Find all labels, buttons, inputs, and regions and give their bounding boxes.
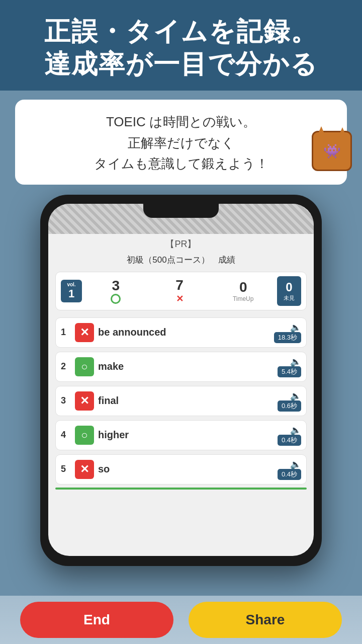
result-badge: ✕ xyxy=(75,460,94,479)
quiz-num: 1 xyxy=(61,327,71,338)
result-badge: ○ xyxy=(75,426,94,445)
info-line1: TOEIC は時間との戦い。 xyxy=(106,114,256,129)
speaker-icon[interactable]: 🔈 xyxy=(290,459,301,470)
stats-header: 初級（500点コース） 成績 xyxy=(48,252,314,268)
unseen-label: 未見 xyxy=(282,294,296,302)
header-title: 正誤・タイムを記録。 達成率が一目で分かる xyxy=(20,15,342,80)
progress-divider xyxy=(55,488,307,490)
wrong-num: 7 xyxy=(150,277,210,293)
quiz-item[interactable]: 2○make🔈5.4秒 xyxy=(55,352,307,382)
result-badge: ✕ xyxy=(75,323,94,342)
phone-notch xyxy=(143,204,219,218)
quiz-word: final xyxy=(98,395,301,407)
timeup-label: TimeUp xyxy=(213,295,273,302)
quiz-item[interactable]: 3✕final🔈0.6秒 xyxy=(55,386,307,416)
timeup-stat: 0 TimeUp xyxy=(213,279,273,302)
quiz-num: 5 xyxy=(61,464,71,474)
info-line2: 正解率だけでなく xyxy=(128,135,235,150)
info-card-text: TOEIC は時間との戦い。 正解率だけでなく タイムも意識して鍛えよう！ xyxy=(30,112,332,175)
time-badge: 18.3秒 xyxy=(274,332,301,343)
quiz-item[interactable]: 5✕so🔈0.4秒 xyxy=(55,454,307,485)
speaker-icon[interactable]: 🔈 xyxy=(290,322,301,333)
speaker-icon[interactable]: 🔈 xyxy=(290,425,301,436)
header-background: 正誤・タイムを記録。 達成率が一目で分かる xyxy=(0,0,362,91)
result-badge: ○ xyxy=(75,357,94,376)
mascot: 👾 xyxy=(312,131,357,176)
header-title-line2: 達成率が一目で分かる xyxy=(44,49,318,78)
vol-label: vol. xyxy=(64,282,79,287)
correct-icon xyxy=(111,294,121,304)
quiz-num: 4 xyxy=(61,430,71,440)
quiz-word: higher xyxy=(98,429,301,441)
timeup-num: 0 xyxy=(213,279,273,295)
header-title-line1: 正誤・タイムを記録。 xyxy=(44,17,318,46)
unseen-badge: 0 未見 xyxy=(277,276,301,306)
info-line3: タイムも意識して鍛えよう！ xyxy=(94,156,268,171)
bottom-bar: End Share xyxy=(0,596,362,644)
correct-num: 3 xyxy=(86,278,146,294)
correct-stat: 3 xyxy=(86,278,146,304)
quiz-word: make xyxy=(98,361,301,372)
quiz-word: be announced xyxy=(98,327,301,338)
speaker-icon[interactable]: 🔈 xyxy=(290,390,301,401)
share-button[interactable]: Share xyxy=(189,602,342,638)
phone-frame: 【PR】 初級（500点コース） 成績 vol. 1 3 7 ✕ 0 xyxy=(40,195,322,566)
vol-number: 1 xyxy=(64,287,79,300)
end-button[interactable]: End xyxy=(20,602,173,638)
pr-label: 【PR】 xyxy=(48,234,314,252)
info-card: TOEIC は時間との戦い。 正解率だけでなく タイムも意識して鍛えよう！ xyxy=(15,100,347,185)
time-badge: 5.4秒 xyxy=(278,366,301,377)
time-badge: 0.6秒 xyxy=(278,400,301,412)
time-badge: 0.4秒 xyxy=(278,435,301,446)
quiz-num: 3 xyxy=(61,395,71,406)
unseen-num: 0 xyxy=(282,280,296,294)
wrong-icon: ✕ xyxy=(150,293,210,304)
vol-badge: vol. 1 xyxy=(61,280,82,302)
quiz-num: 2 xyxy=(61,361,71,372)
vol-card: vol. 1 3 7 ✕ 0 TimeUp 0 未見 xyxy=(55,272,307,310)
wrong-stat: 7 ✕ xyxy=(150,277,210,304)
quiz-item[interactable]: 4○higher🔈0.4秒 xyxy=(55,420,307,450)
result-badge: ✕ xyxy=(75,391,94,411)
quiz-item[interactable]: 1✕be announced🔈18.3秒 xyxy=(55,317,307,348)
phone-mockup: 【PR】 初級（500点コース） 成績 vol. 1 3 7 ✕ 0 xyxy=(0,195,362,566)
time-badge: 0.4秒 xyxy=(278,469,301,480)
quiz-word: so xyxy=(98,463,301,475)
speaker-icon[interactable]: 🔈 xyxy=(290,356,301,367)
quiz-list: 1✕be announced🔈18.3秒2○make🔈5.4秒3✕final🔈0… xyxy=(48,314,314,488)
phone-screen: 【PR】 初級（500点コース） 成績 vol. 1 3 7 ✕ 0 xyxy=(48,204,314,556)
